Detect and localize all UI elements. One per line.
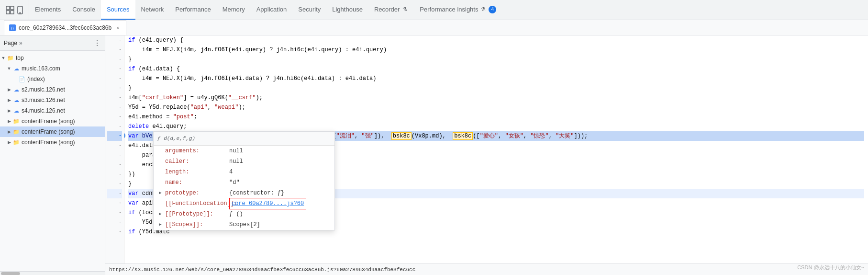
bottom-link-bar: https://s3.music.126.net/web/s/core_60a2… bbox=[105, 264, 868, 275]
cloud-icon-music163: ☁ bbox=[12, 66, 20, 72]
tree-item-contentframe1[interactable]: ▶ 📁 contentFrame (song) bbox=[0, 116, 105, 126]
tree-arrow-s3: ▶ bbox=[6, 98, 12, 103]
code-line-5: i4m = NEJ.X(i4m, j4n.fO6I(e4i.data) ? j4… bbox=[128, 74, 864, 83]
tree-item-contentframe2[interactable]: ▶ 📁 contentFrame (song) bbox=[0, 126, 105, 137]
tree-label-music163: music.163.com bbox=[22, 65, 60, 72]
code-line-8: Y5d = Y5d.replace("api", "weapi"); bbox=[128, 103, 864, 112]
tree-label-cf1: contentFrame (song) bbox=[22, 118, 75, 125]
svg-rect-1 bbox=[11, 6, 14, 10]
tree-item-s2[interactable]: ▶ ☁ s2.music.126.net bbox=[0, 84, 105, 95]
tooltip-row-length[interactable]: length: 4 bbox=[154, 167, 334, 177]
sidebar-tree: ▼ 📁 top ▼ ☁ music.163.com 📄 (index) bbox=[0, 51, 105, 271]
tab-memory[interactable]: Memory bbox=[217, 0, 251, 20]
folder-icon-cf3: 📁 bbox=[12, 139, 20, 146]
devtools-toolbar: Elements Console Sources Network Perform… bbox=[0, 0, 868, 20]
cloud-icon-s3: ☁ bbox=[12, 97, 20, 103]
tooltip-row-proto[interactable]: ▶ [[Prototype]]: ƒ () bbox=[154, 209, 334, 219]
code-area: - - - - - - - - - - - - - - - - - - - - bbox=[105, 35, 868, 275]
sidebar-expand-icon[interactable]: » bbox=[19, 40, 22, 46]
tree-arrow-music163: ▼ bbox=[6, 66, 12, 71]
tree-item-s4[interactable]: ▶ ☁ s4.music.126.net bbox=[0, 105, 105, 116]
sidebar-scrollbar[interactable] bbox=[0, 271, 105, 275]
code-lines: if (e4i.query) { i4m = NEJ.X(i4m, j4n.fO… bbox=[124, 35, 868, 264]
tree-arrow-cf2: ▶ bbox=[6, 129, 12, 134]
tree-arrow-cf1: ▶ bbox=[6, 119, 12, 124]
tree-item-music163[interactable]: ▼ ☁ music.163.com bbox=[0, 63, 105, 74]
tooltip-expand-scopes[interactable]: ▶ bbox=[157, 222, 163, 228]
tab-recorder[interactable]: Recorder ⚗ bbox=[368, 0, 414, 20]
file-tabbar: {} core_60a2789634...3fec6cc63ac86b × bbox=[0, 20, 868, 35]
tree-label-s4: s4.music.126.net bbox=[22, 107, 65, 114]
sidebar-scroll-thumb[interactable] bbox=[1, 272, 20, 275]
tree-item-top[interactable]: ▼ 📁 top bbox=[0, 53, 105, 63]
tree-arrow-s2: ▶ bbox=[6, 87, 12, 92]
code-line-7: i4m["csrf_token"] = u4y.gQ6K("__csrf"); bbox=[128, 93, 864, 103]
tooltip-row-scopes[interactable]: ▶ [[Scopes]]: Scopes[2] bbox=[154, 219, 334, 230]
tab-security[interactable]: Security bbox=[292, 0, 326, 20]
performance-insights-badge: 4 bbox=[489, 6, 496, 13]
tab-elements[interactable]: Elements bbox=[29, 0, 67, 20]
svg-rect-3 bbox=[11, 11, 14, 14]
svg-rect-5 bbox=[19, 12, 21, 13]
tab-performance-insights[interactable]: Performance insights ⚗ 4 bbox=[414, 0, 502, 20]
page-label: Page bbox=[4, 40, 17, 46]
code-line-4: if (e4i.data) { bbox=[128, 64, 864, 74]
svg-rect-2 bbox=[6, 11, 10, 14]
tab-network[interactable]: Network bbox=[135, 0, 170, 20]
devtools-logo-icon[interactable] bbox=[6, 6, 14, 14]
sidebar-menu-icon[interactable]: ⋮ bbox=[93, 38, 101, 47]
file-tab-icon: {} bbox=[9, 24, 16, 31]
function-location-link[interactable]: core_60a2789....js?60 bbox=[229, 198, 306, 209]
file-tab[interactable]: {} core_60a2789634...3fec6cc63ac86b × bbox=[4, 20, 126, 35]
code-line-6: } bbox=[128, 83, 864, 93]
tooltip-expand-prototype[interactable]: ▶ bbox=[157, 190, 163, 196]
recorder-icon: ⚗ bbox=[401, 6, 408, 13]
tab-list: Elements Console Sources Network Perform… bbox=[29, 0, 502, 20]
tree-label-cf3: contentFrame (song) bbox=[22, 139, 75, 146]
toolbar-icon-group bbox=[2, 0, 29, 20]
tree-item-index[interactable]: 📄 (index) bbox=[0, 74, 105, 84]
code-line-1: if (e4i.query) { bbox=[128, 35, 864, 45]
tab-application[interactable]: Application bbox=[251, 0, 293, 20]
tab-sources[interactable]: Sources bbox=[101, 0, 135, 20]
folder-icon-cf1: 📁 bbox=[12, 118, 20, 125]
svg-rect-0 bbox=[6, 6, 10, 10]
cloud-icon-s4: ☁ bbox=[12, 108, 20, 114]
tree-label-s3: s3.music.126.net bbox=[22, 97, 65, 103]
sidebar-header-left: Page » bbox=[4, 40, 22, 46]
file-tab-label: core_60a2789634...3fec6cc63ac86b bbox=[19, 24, 111, 31]
device-toolbar-icon[interactable] bbox=[16, 6, 25, 14]
line-numbers: - - - - - - - - - - - - - - - - - - - - bbox=[105, 35, 124, 264]
tree-arrow-cf3: ▶ bbox=[6, 140, 12, 145]
breakpoint-indicator bbox=[124, 132, 125, 139]
tree-label-index: (index) bbox=[27, 76, 45, 82]
folder-icon-top: 📁 bbox=[7, 55, 14, 61]
tooltip-row-arguments[interactable]: arguments: null bbox=[154, 146, 334, 156]
tooltip-row-functionlocation[interactable]: [[FunctionLocation]]: core_60a2789....js… bbox=[154, 198, 334, 209]
tab-performance[interactable]: Performance bbox=[169, 0, 216, 20]
tooltip-panel: ƒ d(d,e,f,g) arguments: null caller: nul… bbox=[153, 131, 335, 230]
tooltip-expand-proto[interactable]: ▶ bbox=[157, 211, 163, 217]
folder-icon-cf2: 📁 bbox=[12, 129, 20, 135]
main-area: Page » ⋮ ▼ 📁 top ▼ ☁ music.163.com bbox=[0, 35, 868, 275]
tree-label-cf2: contentFrame (song) bbox=[22, 128, 75, 135]
code-line-10: delete e4i.query; bbox=[128, 122, 864, 131]
tooltip-row-name[interactable]: name: "d" bbox=[154, 177, 334, 188]
code-line-9: e4i.method = "post"; bbox=[128, 112, 864, 122]
tooltip-expand-arguments bbox=[157, 148, 163, 154]
tree-item-s3[interactable]: ▶ ☁ s3.music.126.net bbox=[0, 95, 105, 105]
sidebar: Page » ⋮ ▼ 📁 top ▼ ☁ music.163.com bbox=[0, 35, 105, 275]
tooltip-header: ƒ d(d,e,f,g) bbox=[154, 132, 334, 146]
tree-arrow-top: ▼ bbox=[0, 56, 7, 60]
tree-label-top: top bbox=[16, 55, 24, 61]
tree-item-contentframe3[interactable]: ▶ 📁 contentFrame (song) bbox=[0, 137, 105, 148]
file-tab-close-button[interactable]: × bbox=[114, 24, 121, 31]
tab-lighthouse[interactable]: Lighthouse bbox=[326, 0, 368, 20]
bottom-url: https://s3.music.126.net/web/s/core_60a2… bbox=[109, 267, 415, 273]
tab-console[interactable]: Console bbox=[67, 0, 101, 20]
tooltip-row-caller[interactable]: caller: null bbox=[154, 156, 334, 167]
performance-insights-icon: ⚗ bbox=[480, 6, 487, 13]
sidebar-header: Page » ⋮ bbox=[0, 35, 105, 51]
tooltip-row-prototype[interactable]: ▶ prototype: {constructor: ƒ} bbox=[154, 188, 334, 198]
tree-arrow-s4: ▶ bbox=[6, 108, 12, 113]
